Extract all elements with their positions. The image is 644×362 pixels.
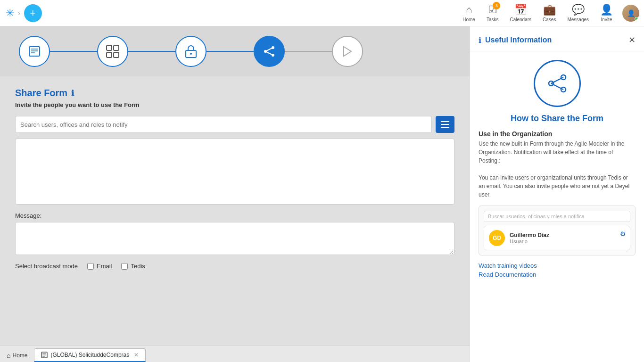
nav-item-calendars[interactable]: 📅 Calendars [505, 2, 536, 24]
svg-line-26 [551, 77, 563, 83]
cases-icon: 💼 [543, 4, 556, 16]
tab-solicitud[interactable]: (GLOBAL) SolicituddeCompras ✕ [34, 348, 146, 362]
tasks-label: Tasks [487, 17, 499, 22]
tab-home-label: Home [12, 352, 27, 359]
panel-preview: Buscar usuarios, oficinas y roles a noti… [479, 206, 636, 255]
top-navbar: ✳ › + ⌂ Home 8 ☑ Tasks 📅 Calendars 💼 Cas… [0, 0, 644, 26]
bottom-tabs: ⌂ Home (GLOBAL) SolicituddeCompras ✕ [0, 345, 470, 362]
search-input[interactable] [15, 116, 432, 133]
doc-list-button[interactable] [436, 116, 454, 133]
watch-videos-link[interactable]: Watch training videos [479, 262, 636, 269]
step-form[interactable] [19, 36, 50, 67]
panel-header: ℹ Useful Information ✕ [470, 26, 644, 51]
email-checkbox-group[interactable]: Email [87, 263, 112, 270]
main-area: Share Form ℹ Invite the people you want … [0, 26, 644, 362]
tab-solicitud-label: (GLOBAL) SolicituddeCompras [50, 352, 129, 358]
preview-user-role: Usuario [510, 239, 549, 244]
preview-user-card: GD Guillermo Díaz Usuario ⚙ [484, 226, 630, 250]
use-org-text-2: You can invite users or organizational u… [479, 173, 636, 199]
svg-rect-16 [441, 121, 449, 122]
nav-item-messages[interactable]: 💬 Messages [562, 2, 594, 24]
nav-item-home[interactable]: ⌂ Home [458, 2, 480, 24]
online-status-dot [635, 17, 639, 21]
svg-point-9 [190, 53, 192, 55]
tedis-checkbox[interactable] [121, 263, 128, 270]
messages-label: Messages [567, 17, 589, 22]
svg-rect-18 [441, 127, 449, 128]
panel-info-icon: ℹ [479, 36, 481, 45]
invite-label: Invite [601, 17, 612, 22]
tab-close-button[interactable]: ✕ [134, 352, 139, 358]
svg-rect-7 [114, 52, 119, 58]
form-subtitle: Invite the people you want to use the Fo… [15, 101, 454, 108]
share-icon [545, 72, 569, 95]
panel-body: How to Share the Form Use in the Organiz… [470, 51, 644, 287]
panel-title-row: ℹ Useful Information [479, 36, 552, 45]
panel-links: Watch training videos Read Documentation [479, 262, 636, 278]
svg-marker-15 [344, 47, 351, 56]
tedis-label: Tedis [131, 263, 145, 270]
tedis-checkbox-group[interactable]: Tedis [121, 263, 145, 270]
svg-rect-5 [114, 45, 119, 50]
step-line-2 [128, 51, 175, 52]
svg-rect-4 [107, 45, 112, 50]
read-docs-link[interactable]: Read Documentation [479, 271, 636, 278]
preview-user-name: Guillermo Díaz [510, 232, 549, 239]
calendars-icon: 📅 [514, 4, 527, 16]
step-run[interactable] [332, 36, 363, 67]
broadcast-row: Select broadcast mode Email Tedis [15, 263, 454, 270]
tasks-badge: 8 [493, 2, 500, 9]
preview-user-info: Guillermo Díaz Usuario [510, 232, 549, 244]
preview-search-bar: Buscar usuarios, oficinas y roles a noti… [484, 211, 630, 222]
svg-line-14 [265, 51, 273, 55]
calendars-label: Calendars [510, 17, 531, 22]
svg-rect-0 [29, 47, 40, 56]
invite-users-area[interactable] [15, 139, 454, 205]
preview-user-avatar: GD [489, 230, 505, 246]
use-org-title: Use in the Organization [479, 130, 636, 138]
step-share[interactable] [254, 36, 285, 67]
nav-item-invite[interactable]: 👤 Invite [595, 2, 618, 24]
step-line-1 [50, 51, 97, 52]
nav-item-cases[interactable]: 💼 Cases [538, 2, 561, 24]
step-permissions[interactable] [175, 36, 206, 67]
svg-line-27 [551, 83, 563, 90]
messages-icon: 💬 [572, 4, 585, 16]
user-avatar[interactable]: 👤 [622, 5, 639, 22]
tab-home[interactable]: ⌂ Home [0, 349, 34, 362]
home-icon: ⌂ [466, 4, 472, 16]
breadcrumb-arrow[interactable]: › [18, 9, 20, 17]
nav-item-tasks[interactable]: 8 ☑ Tasks [482, 2, 504, 24]
add-button[interactable]: + [24, 4, 42, 22]
nav-right: ⌂ Home 8 ☑ Tasks 📅 Calendars 💼 Cases 💬 M… [458, 2, 644, 24]
form-area: Share Form ℹ Invite the people you want … [0, 76, 470, 362]
share-icon-circle [534, 60, 581, 107]
tab-doc-icon [41, 352, 48, 358]
logo-icon: ✳ [6, 7, 14, 19]
preview-gear-icon[interactable]: ⚙ [620, 230, 626, 238]
invite-icon: 👤 [600, 4, 613, 16]
email-label: Email [97, 263, 112, 270]
panel-section-title: How to Share the Form [479, 114, 636, 123]
process-stepper [0, 26, 470, 76]
email-checkbox[interactable] [87, 263, 94, 270]
svg-rect-17 [441, 124, 449, 125]
use-org-section: Use in the Organization Use the new buil… [479, 130, 636, 199]
message-label: Message: [15, 212, 454, 219]
use-org-text-1: Use the new built-in Form through the Ag… [479, 140, 636, 165]
tab-home-icon: ⌂ [7, 352, 10, 359]
svg-line-13 [265, 48, 273, 51]
content-area: Share Form ℹ Invite the people you want … [0, 26, 470, 362]
step-routes[interactable] [97, 36, 128, 67]
svg-rect-6 [107, 52, 112, 58]
message-textarea[interactable] [15, 222, 454, 255]
search-row [15, 116, 454, 133]
cases-label: Cases [543, 17, 556, 22]
add-icon: + [30, 7, 36, 19]
panel-close-button[interactable]: ✕ [628, 35, 636, 45]
form-info-icon[interactable]: ℹ [71, 89, 74, 98]
nav-left: ✳ › + [0, 4, 48, 22]
right-panel: ℹ Useful Information ✕ How to Share the … [470, 26, 644, 362]
broadcast-label: Select broadcast mode [15, 263, 78, 270]
form-title-text: Share Form [15, 88, 67, 99]
